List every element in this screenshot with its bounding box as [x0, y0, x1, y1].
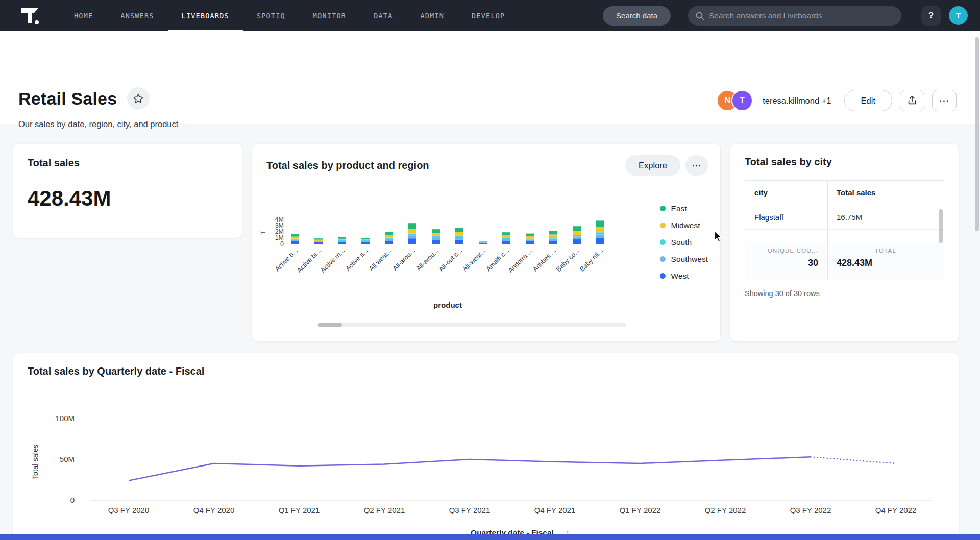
- svg-text:Q1 FY 2021: Q1 FY 2021: [279, 506, 320, 514]
- column-divider: [827, 181, 828, 280]
- share-icon: [906, 95, 918, 106]
- collaborator-avatar[interactable]: T: [731, 90, 753, 111]
- card-more-button[interactable]: ⋯: [685, 155, 708, 176]
- product-region-card: Total sales by product and region Explor…: [252, 144, 720, 341]
- explore-button[interactable]: Explore: [625, 155, 680, 176]
- city-table-card: Total sales by city city Total sales Fla…: [730, 144, 959, 341]
- svg-text:Active s...: Active s...: [344, 247, 370, 273]
- legend-item-midwest[interactable]: Midwest: [660, 217, 708, 234]
- legend-label: East: [671, 204, 687, 213]
- scrollbar-thumb[interactable]: [318, 323, 342, 327]
- svg-text:50M: 50M: [60, 455, 75, 463]
- product-bar-chart[interactable]: 01M2M3M4MTActive b...Active br...Active …: [259, 210, 647, 318]
- svg-text:Q2 FY 2022: Q2 FY 2022: [705, 506, 746, 514]
- total-sales-card[interactable]: Total sales 428.43M: [13, 144, 242, 238]
- edit-button[interactable]: Edit: [844, 90, 892, 111]
- global-search[interactable]: [688, 6, 901, 26]
- legend-dot: [660, 223, 666, 228]
- legend-dot: [660, 273, 666, 279]
- column-header-total-sales[interactable]: Total sales: [827, 188, 944, 197]
- search-input[interactable]: [709, 11, 894, 20]
- svg-text:Q3 FY 2020: Q3 FY 2020: [108, 506, 150, 514]
- nav-item-admin[interactable]: ADMIN: [406, 0, 458, 31]
- table-header-row: city Total sales: [745, 181, 944, 205]
- svg-text:T: T: [260, 231, 267, 235]
- card-title: Total sales by city: [745, 156, 944, 168]
- svg-text:Q2 FY 2021: Q2 FY 2021: [364, 506, 405, 514]
- legend-label: South: [671, 238, 692, 247]
- nav-item-liveboards[interactable]: LIVEBOARDS: [168, 0, 243, 31]
- svg-text:All-out c...: All-out c...: [437, 247, 463, 273]
- chart-legend: EastMidwestSouthSouthwestWest: [660, 200, 708, 284]
- svg-text:Q3 FY 2022: Q3 FY 2022: [790, 506, 831, 514]
- nav-item-develop[interactable]: DEVELOP: [458, 0, 519, 31]
- more-icon: ⋯: [939, 94, 950, 107]
- svg-text:3M: 3M: [275, 222, 284, 229]
- search-data-button[interactable]: Search data: [603, 6, 671, 26]
- row-count-label: Showing 30 of 30 rows: [745, 289, 944, 298]
- page-title: Retail Sales: [18, 89, 117, 109]
- nav-item-answers[interactable]: ANSWERS: [107, 0, 167, 31]
- table-vertical-scrollbar[interactable]: [939, 209, 943, 243]
- chart-horizontal-scrollbar[interactable]: [317, 323, 626, 327]
- thoughtspot-logo[interactable]: [0, 6, 60, 26]
- legend-dot: [660, 256, 666, 262]
- quarterly-sales-card: Total sales by Quarterly date - Fiscal T…: [13, 353, 959, 540]
- kpi-value: 428.43M: [28, 186, 228, 211]
- favorite-button[interactable]: [127, 87, 150, 110]
- quarterly-line-chart[interactable]: Total sales050M100MQ3 FY 2020Q4 FY 2020Q…: [13, 384, 959, 540]
- svg-text:Andorra ...: Andorra ...: [507, 247, 534, 275]
- legend-dot: [660, 206, 666, 211]
- svg-text:All weat...: All weat...: [368, 247, 393, 273]
- legend-dot: [660, 239, 666, 245]
- collaborators-label: teresa.killmond +1: [763, 96, 831, 106]
- svg-text:Active br...: Active br...: [296, 247, 323, 275]
- bottom-cutoff-bar: [0, 534, 980, 540]
- svg-text:0: 0: [280, 240, 284, 248]
- nav-item-spotiq[interactable]: SPOTIQ: [243, 0, 299, 31]
- table-summary-row: UNIQUE COU... 30 TOTAL 428.43M: [745, 241, 944, 280]
- top-nav: HOMEANSWERSLIVEBOARDSSPOTIQMONITORDATAAD…: [0, 0, 980, 31]
- svg-text:4M: 4M: [275, 216, 284, 223]
- svg-text:2M: 2M: [275, 228, 284, 235]
- svg-text:Active m...: Active m...: [319, 247, 347, 275]
- card-title: Total sales by product and region: [266, 160, 429, 171]
- svg-text:All-wear...: All-wear...: [461, 247, 487, 273]
- card-title: Total sales by Quarterly date - Fiscal: [13, 353, 959, 377]
- unique-count-value: 30: [754, 258, 818, 268]
- page-scrollbar-thumb[interactable]: [975, 37, 979, 231]
- legend-item-south[interactable]: South: [660, 234, 708, 251]
- share-button[interactable]: [900, 90, 924, 111]
- user-avatar[interactable]: T: [949, 6, 968, 25]
- liveboard-header: Retail Sales Our sales by date, region, …: [0, 31, 980, 124]
- svg-text:Q4 FY 2021: Q4 FY 2021: [534, 506, 576, 514]
- legend-label: Southwest: [671, 255, 708, 264]
- svg-text:Q4 FY 2022: Q4 FY 2022: [875, 506, 917, 514]
- svg-text:Q1 FY 2022: Q1 FY 2022: [620, 506, 661, 514]
- nav-item-monitor[interactable]: MONITOR: [299, 0, 360, 31]
- collaborator-avatars[interactable]: NT: [717, 90, 753, 111]
- svg-text:Antibes ...: Antibes ...: [531, 247, 557, 273]
- column-header-city[interactable]: city: [745, 188, 827, 197]
- more-options-button[interactable]: ⋯: [932, 90, 957, 111]
- nav-item-data[interactable]: DATA: [360, 0, 406, 31]
- svg-text:Q4 FY 2020: Q4 FY 2020: [193, 506, 235, 514]
- svg-text:product: product: [433, 301, 462, 309]
- svg-text:All-arou...: All-arou...: [391, 247, 416, 273]
- nav-item-home[interactable]: HOME: [60, 0, 107, 31]
- legend-item-east[interactable]: East: [660, 200, 708, 217]
- legend-item-southwest[interactable]: Southwest: [660, 251, 708, 267]
- cell-city: Flagstaff: [745, 213, 827, 222]
- total-value: 428.43M: [837, 258, 935, 268]
- table-body: Flagstaff16.75M: [745, 205, 944, 230]
- table-row[interactable]: Flagstaff16.75M: [745, 205, 944, 230]
- svg-text:1M: 1M: [275, 234, 284, 241]
- help-icon[interactable]: ?: [921, 6, 941, 26]
- legend-item-west[interactable]: West: [660, 267, 708, 284]
- svg-text:Baby co...: Baby co...: [555, 247, 581, 273]
- legend-label: Midwest: [671, 221, 700, 230]
- nav-items: HOMEANSWERSLIVEBOARDSSPOTIQMONITORDATAAD…: [60, 0, 519, 31]
- page-scrollbar[interactable]: [974, 31, 980, 540]
- star-icon: [133, 93, 144, 104]
- svg-text:Q3 FY 2021: Q3 FY 2021: [449, 506, 491, 514]
